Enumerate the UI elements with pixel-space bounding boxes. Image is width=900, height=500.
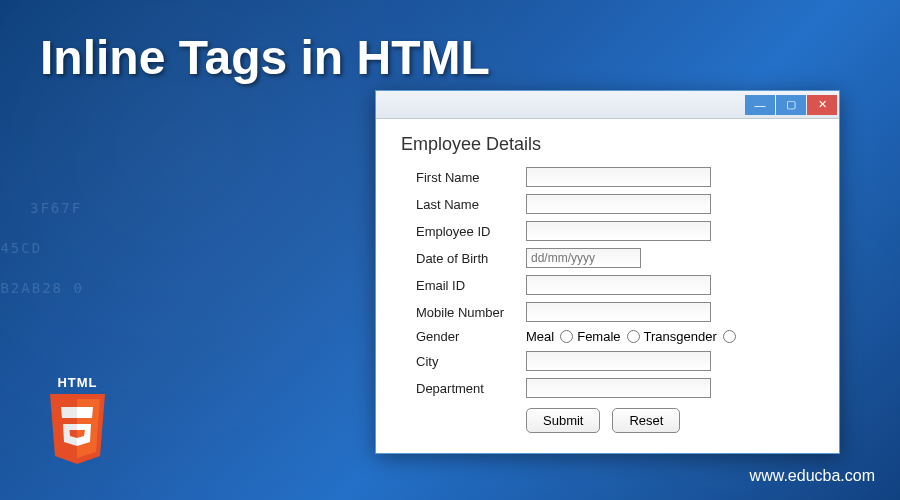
gender-opt1-radio[interactable] <box>560 330 573 343</box>
page-title: Inline Tags in HTML <box>40 30 490 85</box>
maximize-button[interactable]: ▢ <box>776 95 806 115</box>
gender-opt2-radio[interactable] <box>627 330 640 343</box>
gender-row: Gender Meal Female Transgender <box>401 329 814 344</box>
form-content: Employee Details First Name Last Name Em… <box>376 119 839 453</box>
bg-hex-3: 3F67F <box>30 200 82 216</box>
last-name-label: Last Name <box>416 197 526 212</box>
department-input[interactable] <box>526 378 711 398</box>
employee-id-row: Employee ID <box>401 221 814 241</box>
html5-logo: HTML <box>40 375 115 470</box>
mobile-input[interactable] <box>526 302 711 322</box>
html5-shield-icon <box>45 394 110 466</box>
dob-input[interactable] <box>526 248 641 268</box>
window-titlebar: — ▢ ✕ <box>376 91 839 119</box>
reset-button[interactable]: Reset <box>612 408 680 433</box>
dob-label: Date of Birth <box>416 251 526 266</box>
bg-hex-2: AB2AB28 0 <box>0 280 84 296</box>
employee-id-label: Employee ID <box>416 224 526 239</box>
last-name-row: Last Name <box>401 194 814 214</box>
submit-button[interactable]: Submit <box>526 408 600 433</box>
gender-opt1-label: Meal <box>526 329 554 344</box>
gender-label: Gender <box>416 329 526 344</box>
last-name-input[interactable] <box>526 194 711 214</box>
mobile-label: Mobile Number <box>416 305 526 320</box>
minimize-button[interactable]: — <box>745 95 775 115</box>
form-window: — ▢ ✕ Employee Details First Name Last N… <box>375 90 840 454</box>
city-label: City <box>416 354 526 369</box>
gender-opt2-label: Female <box>577 329 620 344</box>
department-row: Department <box>401 378 814 398</box>
first-name-row: First Name <box>401 167 814 187</box>
site-url: www.educba.com <box>750 467 875 485</box>
mobile-row: Mobile Number <box>401 302 814 322</box>
city-row: City <box>401 351 814 371</box>
html5-label-text: HTML <box>40 375 115 390</box>
email-input[interactable] <box>526 275 711 295</box>
first-name-label: First Name <box>416 170 526 185</box>
form-heading: Employee Details <box>401 134 814 155</box>
gender-opt3-label: Transgender <box>644 329 717 344</box>
bg-hex-1: D45CD <box>0 240 42 256</box>
city-input[interactable] <box>526 351 711 371</box>
gender-opt3-radio[interactable] <box>723 330 736 343</box>
email-row: Email ID <box>401 275 814 295</box>
email-label: Email ID <box>416 278 526 293</box>
department-label: Department <box>416 381 526 396</box>
dob-row: Date of Birth <box>401 248 814 268</box>
first-name-input[interactable] <box>526 167 711 187</box>
employee-id-input[interactable] <box>526 221 711 241</box>
close-button[interactable]: ✕ <box>807 95 837 115</box>
